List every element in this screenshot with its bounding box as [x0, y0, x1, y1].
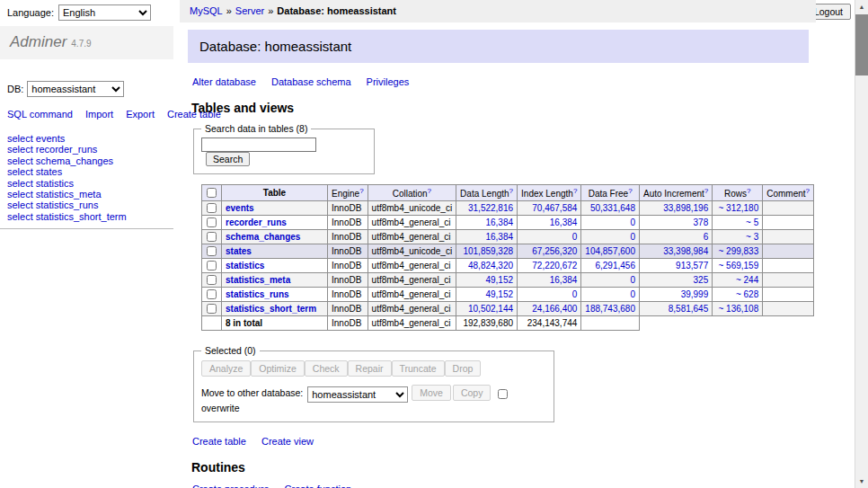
auto-increment-link[interactable]: 33,898,196: [663, 203, 708, 213]
sidebar-action-export[interactable]: Export: [126, 109, 155, 120]
link-create-function[interactable]: Create function: [285, 484, 352, 488]
data-free-link[interactable]: 0: [630, 217, 635, 227]
data-length-link[interactable]: 10,502,144: [468, 304, 513, 314]
auto-increment-link[interactable]: 39,999: [681, 289, 709, 299]
sidebar-action-sql-command[interactable]: SQL command: [7, 109, 73, 120]
index-length-link[interactable]: 16,384: [550, 275, 578, 285]
link-create-view[interactable]: Create view: [261, 436, 314, 447]
help-icon[interactable]: ?: [509, 187, 513, 195]
sidebar-item-select-events[interactable]: select events: [7, 133, 166, 144]
breadcrumb-server-link[interactable]: Server: [235, 5, 264, 16]
row-checkbox[interactable]: [207, 261, 217, 271]
scrollbar-up-arrow-icon[interactable]: ▲: [855, 0, 868, 13]
table-link-statistics-short-term[interactable]: statistics_short_term: [226, 304, 316, 314]
table-link-schema-changes[interactable]: schema_changes: [226, 232, 300, 242]
rows-count-link[interactable]: ~ 5: [746, 217, 758, 227]
sidebar-item-select-statistics[interactable]: select statistics: [7, 178, 166, 189]
index-length-link[interactable]: 67,256,320: [532, 246, 577, 256]
rows-count-link[interactable]: ~ 628: [736, 289, 758, 299]
row-checkbox[interactable]: [207, 203, 217, 213]
button-drop[interactable]: Drop: [445, 360, 482, 377]
sidebar-action-import[interactable]: Import: [85, 109, 113, 120]
help-icon[interactable]: ?: [806, 187, 810, 195]
table-link-events[interactable]: events: [226, 203, 254, 213]
search-input[interactable]: [201, 138, 316, 152]
index-length-link[interactable]: 0: [572, 289, 578, 299]
sidebar-item-select-statistics-meta[interactable]: select statistics_meta: [7, 189, 166, 200]
row-checkbox[interactable]: [207, 246, 217, 256]
row-checkbox[interactable]: [207, 275, 217, 285]
select-all-checkbox[interactable]: [207, 188, 217, 198]
sidebar-item-select-statistics-short-term[interactable]: select statistics_short_term: [7, 211, 166, 222]
link-privileges[interactable]: Privileges: [367, 76, 410, 87]
help-icon[interactable]: ?: [428, 187, 431, 195]
rows-count-link[interactable]: ~ 136,108: [718, 304, 758, 314]
auto-increment-link[interactable]: 378: [694, 217, 709, 227]
auto-increment-link[interactable]: 913,577: [676, 261, 708, 271]
auto-increment-link[interactable]: 325: [694, 275, 709, 285]
index-length-link[interactable]: 24,166,400: [532, 304, 577, 314]
link-create-table[interactable]: Create table: [192, 436, 246, 447]
db-select[interactable]: homeassistant: [27, 81, 124, 97]
app-name-link[interactable]: Adminer: [10, 33, 66, 50]
help-icon[interactable]: ?: [704, 187, 708, 195]
link-alter-database[interactable]: Alter database: [192, 76, 256, 87]
auto-increment-link[interactable]: 33,398,984: [663, 246, 708, 256]
button-check[interactable]: Check: [305, 360, 348, 377]
data-free-link[interactable]: 104,857,600: [585, 246, 635, 256]
copy-button[interactable]: Copy: [453, 385, 492, 401]
data-free-link[interactable]: 50,331,648: [590, 203, 635, 213]
sidebar-item-select-statistics-runs[interactable]: select statistics_runs: [7, 200, 166, 210]
row-checkbox[interactable]: [207, 217, 217, 227]
button-optimize[interactable]: Optimize: [251, 360, 304, 377]
index-length-link[interactable]: 70,467,584: [532, 203, 577, 213]
overwrite-checkbox[interactable]: [498, 389, 508, 399]
data-free-link[interactable]: 0: [630, 289, 635, 299]
rows-count-link[interactable]: ~ 3: [746, 232, 758, 242]
breadcrumb-mysql-link[interactable]: MySQL: [190, 5, 223, 16]
sidebar-item-select-states[interactable]: select states: [7, 166, 166, 177]
data-length-link[interactable]: 48,824,320: [468, 261, 513, 271]
data-length-link[interactable]: 49,152: [485, 289, 513, 299]
row-checkbox[interactable]: [207, 304, 217, 314]
help-icon[interactable]: ?: [359, 187, 363, 195]
index-length-link[interactable]: 16,384: [550, 217, 578, 227]
data-length-link[interactable]: 16,384: [485, 217, 513, 227]
language-select[interactable]: English: [58, 4, 151, 21]
help-icon[interactable]: ?: [573, 187, 577, 195]
button-analyze[interactable]: Analyze: [201, 360, 251, 377]
row-checkbox[interactable]: [207, 232, 217, 242]
data-length-link[interactable]: 101,859,328: [463, 246, 513, 256]
search-button[interactable]: Search: [206, 152, 250, 166]
data-free-link[interactable]: 6,291,456: [595, 261, 635, 271]
sidebar-item-select-schema-changes[interactable]: select schema_changes: [7, 155, 166, 166]
auto-increment-link[interactable]: 6: [704, 232, 709, 242]
index-length-link[interactable]: 0: [572, 232, 578, 242]
rows-count-link[interactable]: ~ 312,180: [718, 203, 758, 213]
row-checkbox[interactable]: [207, 289, 217, 299]
data-free-link[interactable]: 0: [630, 275, 635, 285]
button-repair[interactable]: Repair: [348, 360, 392, 377]
data-length-link[interactable]: 31,522,816: [468, 203, 513, 213]
scrollbar-down-arrow-icon[interactable]: ▼: [855, 475, 868, 488]
move-button[interactable]: Move: [412, 385, 451, 401]
table-link-states[interactable]: states: [226, 246, 252, 256]
data-free-link[interactable]: 0: [630, 232, 635, 242]
data-length-link[interactable]: 16,384: [485, 232, 513, 242]
move-db-select[interactable]: homeassistant: [307, 386, 408, 403]
help-icon[interactable]: ?: [747, 187, 750, 195]
data-free-link[interactable]: 188,743,680: [585, 304, 635, 314]
link-database-schema[interactable]: Database schema: [271, 76, 351, 87]
rows-count-link[interactable]: ~ 299,833: [718, 246, 758, 256]
data-length-link[interactable]: 49,152: [485, 275, 513, 285]
rows-count-link[interactable]: ~ 244: [736, 275, 758, 285]
sidebar-item-select-recorder-runs[interactable]: select recorder_runs: [7, 144, 166, 155]
help-icon[interactable]: ?: [628, 187, 632, 195]
link-create-procedure[interactable]: Create procedure: [192, 484, 270, 488]
table-link-statistics-meta[interactable]: statistics_meta: [226, 275, 290, 285]
scrollbar[interactable]: ▲ ▼: [855, 0, 868, 488]
rows-count-link[interactable]: ~ 569,159: [718, 261, 758, 271]
table-link-statistics[interactable]: statistics: [226, 261, 264, 271]
index-length-link[interactable]: 72,220,672: [532, 261, 577, 271]
table-link-recorder-runs[interactable]: recorder_runs: [226, 217, 287, 227]
